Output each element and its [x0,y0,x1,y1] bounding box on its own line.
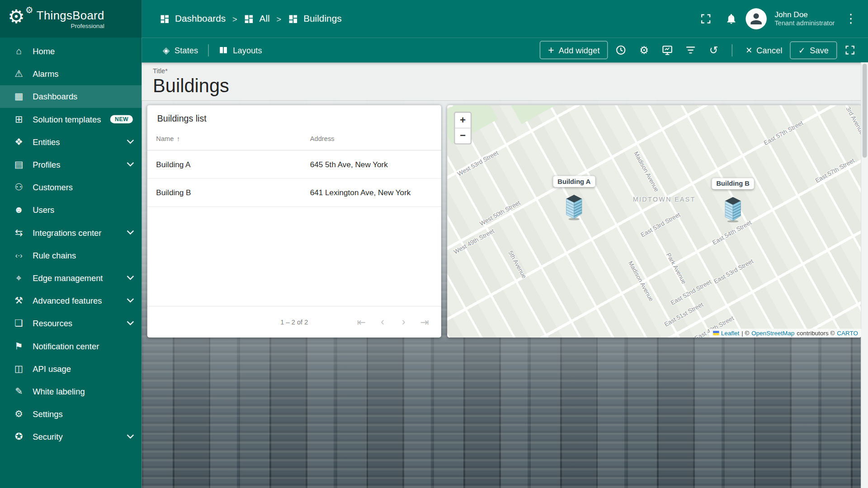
more-menu-button[interactable]: ⋮ [841,8,860,30]
sidebar-item-resources[interactable]: ❏ Resources [0,312,142,335]
cancel-button[interactable]: × Cancel [741,42,788,59]
sidebar-item-label: Customers [33,183,73,192]
sidebar-item-profiles[interactable]: ▤ Profiles [0,153,142,176]
breadcrumb-item-buildings[interactable]: Buildings [288,13,342,24]
sidebar-item-users[interactable]: ☻ Users [0,199,142,221]
sort-ascending-icon: ↑ [177,135,180,143]
paginator: 1 – 2 of 2 ⇤ ‹ › ⇥ [147,306,441,338]
entity-aliases-button[interactable] [657,40,678,60]
layouts-button[interactable]: Layouts [214,42,267,58]
sidebar-item-solution-templates[interactable]: ⊞ Solution templates NEW [0,108,142,131]
sidebar-item-label: Entities [33,137,60,147]
solution-templates-icon: ⊞ [12,113,25,125]
sidebar-item-label: Solution templates [33,114,101,124]
user-info[interactable]: John Doe Tenant administrator [774,9,835,28]
breadcrumb-item-dashboards[interactable]: Dashboards [160,13,226,24]
cell-address: 641 Lexington Ave, New York [301,178,441,206]
street-label: West 53rd Street [456,149,499,177]
next-page-button[interactable]: › [395,313,412,331]
states-button[interactable]: ◈ States [158,42,203,59]
vertical-scrollbar[interactable] [861,62,868,488]
street-label: West 50th Street [478,199,521,227]
first-page-button[interactable]: ⇤ [353,313,370,331]
sidebar-item-integrations-center[interactable]: ⇆ Integrations center [0,221,142,244]
sidebar-item-white-labeling[interactable]: ✎ White labeling [0,380,142,403]
carto-link[interactable]: CARTO [837,330,858,337]
sidebar-item-home[interactable]: ⌂ Home [0,40,142,62]
table-header-row: Name↑ Address [147,130,441,150]
sidebar-item-api-usage[interactable]: ◫ API usage [0,357,142,380]
version-history-button[interactable]: ↺ [703,40,725,60]
leaflet-link[interactable]: Leaflet [721,330,739,337]
plus-icon: + [548,45,554,55]
map-zoom-control: + − [454,112,472,144]
widgets-area: Buildings list Name↑ Address [142,101,868,488]
sidebar-item-entities[interactable]: ❖ Entities [0,131,142,153]
dashboard-title-field[interactable]: Title* Buildings [142,62,868,101]
security-icon: ✪ [12,431,25,443]
building-icon [565,195,583,220]
dashboards-icon: ▦ [12,91,25,103]
street-label: East 52nd Street [670,278,712,306]
breadcrumb-item-all[interactable]: All [244,13,269,24]
column-header-address[interactable]: Address [301,130,441,150]
sidebar-menu: ⌂ Home ⚠ Alarms ▦ Dashboards ⊞ Solution … [0,38,142,488]
attribution-text: contributors © [797,330,835,337]
scrollbar-thumb[interactable] [863,64,867,158]
park-area [511,105,556,124]
sidebar-item-advanced-features[interactable]: ⚒ Advanced features [0,289,142,312]
notifications-button[interactable] [720,8,742,30]
openstreetmap-link[interactable]: OpenStreetMap [751,330,794,337]
add-widget-button[interactable]: + Add widget [540,41,608,59]
table-row[interactable]: Building B 641 Lexington Ave, New York [147,178,441,206]
toolbar-fullscreen-button[interactable] [839,40,860,60]
resources-icon: ❏ [12,318,25,329]
table-row[interactable]: Building A 645 5th Ave, New York [147,150,441,178]
add-widget-label: Add widget [559,45,600,55]
cell-name: Building A [147,150,301,178]
time-window-button[interactable] [610,40,632,60]
street-label: East 53rd Street [712,258,754,285]
sidebar-item-customers[interactable]: ⚇ Customers [0,176,142,198]
integrations-icon: ⇆ [12,227,25,239]
avatar[interactable] [746,8,767,29]
attribution-text: | © [741,330,749,337]
thingsboard-app: ⚙⚙ ThingsBoard Professional ⌂ Home ⚠ Ala… [0,0,868,488]
zoom-in-button[interactable]: + [455,113,471,128]
last-page-button[interactable]: ⇥ [416,313,434,331]
breadcrumb-label: Dashboards [175,13,226,24]
previous-page-button[interactable]: ‹ [374,313,392,331]
leaflet-map[interactable]: West 53rd Street West 50th Street West 4… [447,105,861,338]
chevron-down-icon [127,137,134,144]
sidebar-item-dashboards[interactable]: ▦ Dashboards [0,85,142,108]
layouts-label: Layouts [233,45,262,55]
sidebar-item-security[interactable]: ✪ Security [0,426,142,448]
marker-label: Building B [712,178,754,189]
save-label: Save [810,45,829,55]
sidebar-item-settings[interactable]: ⚙ Settings [0,403,142,425]
filters-button[interactable] [680,40,701,60]
logo[interactable]: ⚙⚙ ThingsBoard Professional [0,0,142,38]
dashboard-settings-button[interactable]: ⚙ [633,40,655,60]
sidebar-item-notification-center[interactable]: ⚑ Notification center [0,335,142,357]
sidebar-item-rule-chains[interactable]: ‹·› Rule chains [0,244,142,267]
user-role: Tenant administrator [774,19,835,28]
fullscreen-button[interactable] [695,8,717,30]
dashboard-canvas: Title* Buildings Buildings list Name↑ [142,62,868,488]
title-field-label: Title* [153,67,868,75]
sidebar-item-edge-management[interactable]: ⌖ Edge management [0,267,142,289]
sidebar-item-label: Notification center [33,342,99,351]
area-label: MIDTOWN EAST [633,196,696,203]
api-usage-icon: ◫ [12,363,25,375]
check-icon: ✓ [798,45,805,55]
save-button[interactable]: ✓ Save [790,41,837,59]
buildings-list-widget[interactable]: Buildings list Name↑ Address [147,105,441,338]
sidebar-item-label: Users [33,205,54,215]
users-icon: ☻ [12,204,25,215]
states-label: States [175,45,198,55]
column-header-name[interactable]: Name↑ [147,130,301,150]
white-labeling-icon: ✎ [12,385,25,397]
toolbar-divider [208,44,208,56]
sidebar-item-alarms[interactable]: ⚠ Alarms [0,62,142,85]
zoom-out-button[interactable]: − [455,128,471,143]
